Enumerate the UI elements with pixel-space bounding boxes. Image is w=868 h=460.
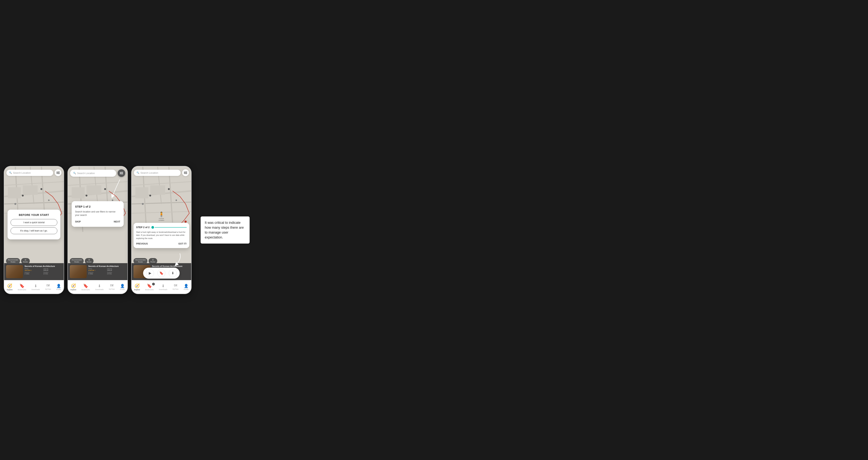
step2-actions: PREVIOUS GOT IT! [136,242,187,245]
bookmarks-icon-2: 🔖 [83,284,88,288]
nav-profile-3[interactable]: 👤 Profile [184,284,189,291]
duration-col: Duration 2.5 hrs [43,272,62,275]
phone2-topbar: 🔍 Search Location [70,169,125,177]
explore-label-3: Explore [134,289,140,291]
nav-bookmarks-1[interactable]: 🔖 Bookmarks [18,284,26,291]
step2-title: STEP 2 of 2 [136,226,150,229]
search-bar-1[interactable]: 🔍 Search Location [6,170,53,176]
nav-downloads-3[interactable]: ⬇ Downloads [159,284,167,291]
difficulty-col-2: Difficulty Difficult [107,268,126,271]
nav-profile-1[interactable]: 👤 Profile [56,284,61,291]
nav-bookmarks-3[interactable]: 🔖 4 Bookmarks [145,284,154,291]
play-btn[interactable]: ▶ [146,269,154,277]
phone1-topbar: 🔍 Search Location [6,169,61,176]
filter-btn-1[interactable] [55,169,61,176]
card-info-1: Secrets of Korean Architecture Rating ★★… [25,265,62,278]
skip-btn[interactable]: SKIP [75,220,81,223]
prev-btn[interactable]: PREVIOUS [136,242,148,245]
svg-rect-9 [23,185,38,195]
search-bar-3[interactable]: 🔍 Search Location [134,170,181,176]
svg-point-62 [186,173,187,174]
bookmark-btn[interactable]: 🔖 [157,269,165,277]
search-placeholder-3: Search Location [141,171,158,174]
action-btns-highlight: ▶ 🔖 ⬇ [143,268,180,278]
nav-explore-1[interactable]: 🧭 Explore [7,284,12,291]
route-pills-3: Recommended Routes All Routes [133,258,157,264]
nav-bookmarks-2[interactable]: 🔖 Bookmarks [82,284,90,291]
profile-icon-2: 👤 [120,284,125,288]
svg-point-18 [57,172,58,173]
search-icon-3: 🔍 [136,171,139,174]
filter-btn-2[interactable] [118,169,125,177]
distance-col-2: Distance 2 miles [88,272,107,275]
mytrips-icon-1: 🗺 [46,284,50,288]
svg-point-58 [186,171,187,172]
nav-explore-2[interactable]: 🧭 Explore [70,284,76,291]
bookmarks-label-2: Bookmarks [82,289,90,291]
card-title-3: Secrets of Korean Architecture [152,265,189,267]
profile-icon-3: 👤 [184,284,189,288]
profile-label-1: Profile [56,289,61,291]
svg-point-16 [58,171,59,172]
svg-rect-50 [135,187,148,198]
nav-mytrips-3[interactable]: 🗺 MyTrips [173,284,179,290]
next-btn[interactable]: NEXT [114,220,120,223]
nav-downloads-2[interactable]: ⬇ Downloads [95,284,104,291]
bookmarks-label-3: Bookmarks [145,289,154,291]
phone1: 🔍 Search Location BEFORE YOUR ST [4,166,64,294]
downloads-icon-3: ⬇ [162,284,165,288]
phone2: 🔍 Search Location [67,166,128,294]
person-icon: 🧍 [158,211,164,218]
phone3-wrapper: 🔍 Search Location 🧍 Cur [131,166,191,294]
card-image-1 [6,265,23,278]
route-pills-2: Recommended Routes All Routes [70,258,94,264]
downloads-icon-2: ⬇ [98,284,101,288]
all-routes-pill-3[interactable]: All Routes [149,258,157,264]
card-image-2 [70,265,87,278]
explore-icon-1: 🧭 [7,284,12,288]
card-title-2: Secrets of Korean Architecture [88,265,126,267]
svg-point-54 [142,203,144,205]
nav-mytrips-1[interactable]: 🗺 MyTrips [45,284,51,290]
explore-label-2: Explore [70,289,76,291]
profile-label-2: Profile [120,289,125,291]
bookmarks-badge-3: 4 [152,283,155,285]
card-title-1: Secrets of Korean Architecture [25,265,62,267]
nav-profile-2[interactable]: 👤 Profile [120,284,125,291]
svg-point-10 [22,195,24,196]
downloads-label-2: Downloads [95,289,104,291]
svg-rect-30 [87,185,101,195]
svg-point-55 [184,221,187,223]
explore-icon-3: 🧭 [134,284,140,288]
card-area-2: Secrets of Korean Architecture Rating ★★… [68,263,127,280]
nav-explore-3[interactable]: 🧭 Explore [134,284,140,291]
svg-point-11 [40,188,42,190]
download-btn[interactable]: ⬇ [169,269,177,277]
filter-btn-3[interactable] [182,169,189,176]
location-label: Current Location [159,218,164,221]
rating-col: Rating ★★★★☆ [25,268,43,271]
mytrips-label-3: MyTrips [173,288,179,290]
bottom-nav-2: 🧭 Explore 🔖 Bookmarks ⬇ Downloads 🗺 MyTr… [68,280,127,294]
recommended-pill-2[interactable]: Recommended Routes [70,258,84,264]
gotit-btn[interactable]: GOT IT! [178,242,187,245]
svg-point-41 [122,174,123,175]
all-routes-pill-1[interactable]: All Routes [21,258,30,264]
card-meta-1: Rating ★★★★☆ Difficulty Difficult Distan… [25,268,62,275]
recommended-pill-3[interactable]: Recommended Routes [133,258,148,264]
annotation-box: It was critical to indicate how many ste… [200,217,250,243]
tutorial-btn[interactable]: I want a quick tutorial [10,219,57,226]
recommended-pill-1[interactable]: Recommended Routes [6,258,20,264]
svg-point-32 [104,188,106,190]
mytrips-icon-3: 🗺 [174,284,177,288]
step2-desc: Start a hunt right away or bookmark/down… [136,231,187,240]
search-bar-2[interactable]: 🔍 Search Location [70,170,116,177]
skip-tutorial-btn[interactable]: It's okay, I will learn as I go. [10,227,57,234]
annotation-text: It was critical to indicate how many ste… [205,220,245,240]
duration-col-2: Duration 2.5 hrs [107,272,126,275]
rating-col-2: Rating ★★★★☆ [88,268,107,271]
search-icon-2: 🔍 [73,172,76,174]
nav-mytrips-2[interactable]: 🗺 MyTrips [109,284,115,290]
nav-downloads-1[interactable]: ⬇ Downloads [31,284,40,291]
all-routes-pill-2[interactable]: All Routes [85,258,93,264]
